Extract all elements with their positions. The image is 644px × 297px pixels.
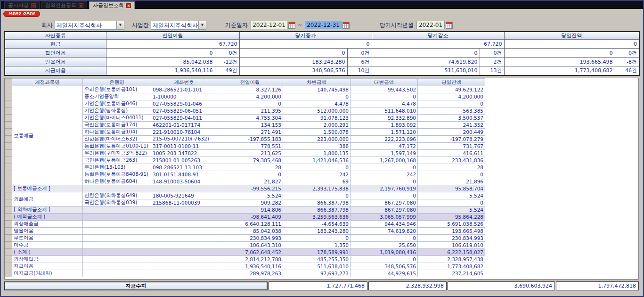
detail-row[interactable]: ( 예적금소계 )-98,641,4093,259,563,6363,065,0… (5, 214, 485, 221)
date-to-field[interactable]: 2022-12-31 (305, 21, 342, 29)
detail-row[interactable]: ( 소계 )7,062,648,452178,589,9911,019,080,… (5, 249, 485, 256)
detail-row[interactable]: 외상매입금2,814,212,788485,255,35002,328,957,… (5, 256, 485, 263)
summary-amount: 0 (504, 40, 639, 49)
row-selector[interactable] (5, 171, 12, 178)
row-selector[interactable] (5, 256, 12, 263)
row-selector[interactable] (5, 136, 12, 143)
account-number-cell (151, 228, 217, 235)
balance-amount-cell: 3,500,537 (418, 115, 485, 122)
account-number-cell: 462201-01-017174 (151, 122, 217, 129)
tab-bar: 공지사항×결의전표등록×자금일보조회× (1, 1, 643, 9)
company-select[interactable]: 제일저지주식회사 ▼ (55, 21, 124, 30)
site-select[interactable]: 제일저지주식회사 ▼ (151, 21, 206, 30)
tab-1[interactable]: 공지사항× (4, 1, 40, 9)
row-selector[interactable] (5, 122, 12, 129)
credit-amount-cell: 1,893,092 (351, 122, 418, 129)
summary-table: 자산종류전일이월당기증가당기감소당일잔액현금67,720067,7200할인어음… (4, 31, 640, 76)
detail-row[interactable]: 외상매출금6,640,128,111-4,654,639944,434,9465… (5, 221, 485, 228)
calendar-icon[interactable] (288, 22, 295, 29)
prev-amount-cell: 21,827 (217, 178, 283, 185)
chevron-down-icon[interactable]: ▼ (198, 21, 206, 29)
credit-amount-cell: 511,648,010 (351, 107, 418, 115)
debit-amount-cell: 0 (283, 192, 351, 199)
row-selector[interactable] (5, 235, 12, 242)
row-selector[interactable] (5, 192, 12, 199)
row-selector[interactable] (5, 228, 12, 235)
debit-amount-cell: 866,387,798 (283, 206, 351, 214)
row-selector[interactable] (5, 221, 12, 228)
credit-amount-cell: 0 (351, 235, 418, 242)
account-number-cell: 027-055829-01-046 (151, 100, 217, 107)
account-number-cell (151, 185, 217, 192)
bank-name-cell: 하나은행(보통예금104) (83, 129, 151, 136)
row-selector[interactable] (5, 206, 12, 214)
detail-column-header: 전일이월 (217, 79, 283, 86)
balance-amount-cell: 5,691,038,526 (418, 221, 485, 228)
start-month-field[interactable]: 2022-01 (416, 21, 445, 29)
detail-table: 계정과목명은행명계좌번호전일이월차변금액대변금액당일잔액보통예금우리은행(보통예… (5, 78, 485, 277)
row-selector[interactable] (5, 129, 12, 136)
bank-name-cell: 농협은행(보통예금8408-91) (83, 171, 151, 178)
close-icon[interactable]: × (79, 3, 83, 8)
row-selector[interactable] (5, 164, 12, 171)
prev-amount-cell: 8,327,126 (217, 86, 283, 93)
bank-name-cell: 신한은행(외화통장649) (83, 192, 151, 199)
summary-count: 13건 (480, 66, 504, 75)
prev-amount-cell: 1,936,540,116 (217, 263, 283, 270)
row-selector[interactable] (5, 115, 12, 122)
summary-row-label[interactable]: 받을어음 (5, 58, 106, 66)
row-selector[interactable] (5, 86, 12, 93)
row-selector[interactable] (5, 263, 12, 270)
credit-amount-cell: 92,332,890 (351, 115, 418, 122)
close-icon[interactable]: × (126, 3, 131, 8)
row-selector[interactable] (5, 242, 12, 249)
calendar-icon[interactable] (446, 22, 453, 29)
summary-header: 당기감소 (372, 32, 504, 40)
row-selector[interactable] (5, 100, 12, 107)
bank-name-cell (83, 214, 151, 221)
detail-row[interactable]: 미수금106,643,3101,35025,650106,619,010 (5, 242, 485, 249)
detail-row[interactable]: 외화예금신한은행(외화통장649)180-005-9216495,524005,… (5, 192, 485, 199)
debit-amount-cell: 511,638,010 (283, 263, 351, 270)
row-selector[interactable] (5, 93, 12, 100)
account-number-cell: 301-0151-8408-91 (151, 171, 217, 178)
summary-count: 6건 (347, 58, 372, 66)
calendar-icon[interactable] (342, 22, 350, 29)
row-selector[interactable] (5, 199, 12, 206)
detail-row[interactable]: [ 외화예금소계 ]914,806866,387,798867,297,0805… (5, 206, 485, 214)
tab-3[interactable]: 자금일보조회× (89, 1, 135, 9)
close-icon[interactable]: × (31, 3, 36, 8)
summary-row-label[interactable]: 현금 (5, 40, 106, 49)
row-selector[interactable] (5, 157, 12, 164)
summary-row-label[interactable]: 지급어음 (5, 66, 106, 75)
account-number-cell: 215801-01-005263 (151, 157, 217, 164)
detail-row[interactable]: 받을어음85,042,038183,243,28074,619,820193,6… (5, 228, 485, 235)
detail-row[interactable]: 보통예금우리은행(보통예금101)098-286521-01-1018,327,… (5, 86, 485, 93)
detail-row[interactable]: 지급어음1,936,540,116511,638,010348,506,5761… (5, 263, 485, 270)
summary-row-label[interactable]: 할인어음 (5, 49, 106, 58)
detail-row[interactable]: 미지급금(거래처)289,978,26397,693,27344,929,615… (5, 270, 485, 277)
tab-2[interactable]: 결의전표등록× (41, 1, 87, 9)
row-selector[interactable] (5, 185, 12, 192)
row-selector[interactable] (5, 150, 12, 157)
summary-count: -8건 (615, 58, 639, 66)
detail-column-header: 계좌번호 (151, 79, 217, 86)
row-selector[interactable] (5, 143, 12, 150)
row-selector[interactable] (5, 214, 12, 221)
detail-row[interactable]: 부도어음230,834,99300230,834,993 (5, 235, 485, 242)
footer-total-value: 1,797,472,818 (556, 281, 639, 290)
row-selector[interactable] (5, 178, 12, 185)
account-label-cell: 미지급금(거래처) (12, 270, 83, 277)
chevron-down-icon[interactable]: ▼ (116, 21, 124, 29)
debit-amount-cell: 91,078,123 (283, 115, 351, 122)
summary-header[interactable]: 자산종류 (5, 32, 106, 40)
balance-amount-cell: -197,078,279 (418, 136, 485, 143)
row-selector[interactable] (5, 249, 12, 256)
row-selector[interactable] (5, 107, 12, 115)
row-selector[interactable] (5, 270, 12, 277)
menu-open-button[interactable]: MENU OPEN (3, 11, 40, 17)
date-from-field[interactable]: 2022-12-01 (251, 21, 287, 29)
bank-name-cell (83, 206, 151, 214)
account-number-cell (151, 242, 217, 249)
detail-row[interactable]: [ 보통예금소계 ]-99,556,2152,393,175,8382,197,… (5, 185, 485, 192)
